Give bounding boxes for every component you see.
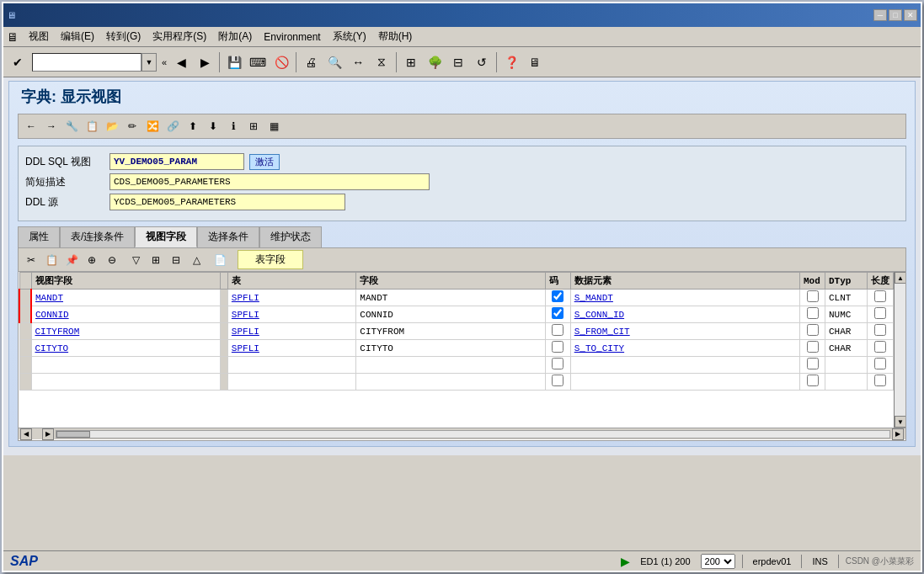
- action1-btn[interactable]: 🔧: [62, 117, 81, 136]
- action4-btn[interactable]: ✏: [123, 117, 142, 136]
- insert-row-btn[interactable]: ⊕: [83, 251, 101, 269]
- help-button[interactable]: ❓: [500, 51, 522, 73]
- mod-checkbox[interactable]: [805, 290, 820, 302]
- deselect-btn[interactable]: ⊟: [167, 251, 185, 269]
- length-checkbox[interactable]: [873, 307, 888, 319]
- action2-btn[interactable]: 📋: [83, 117, 101, 136]
- data-element-link[interactable]: S_FROM_CIT: [574, 327, 630, 337]
- tree-button[interactable]: 🌳: [424, 51, 446, 73]
- code-checkbox[interactable]: [550, 358, 565, 369]
- view-field-link[interactable]: CONNID: [35, 310, 69, 320]
- mod-checkbox[interactable]: [805, 324, 820, 336]
- find-all-button[interactable]: ⧖: [371, 51, 393, 73]
- scroll-right-inner[interactable]: ▶: [42, 428, 54, 440]
- menu-view[interactable]: 视图: [24, 28, 54, 45]
- refresh-button[interactable]: ↺: [471, 51, 493, 73]
- minimize-button[interactable]: ─: [873, 9, 887, 21]
- filter-btn[interactable]: ▽: [126, 251, 145, 269]
- scroll-up-btn[interactable]: ▲: [895, 272, 905, 284]
- menu-help[interactable]: 帮助(H): [373, 28, 418, 45]
- nav-back-inner[interactable]: ←: [22, 117, 40, 136]
- mod-checkbox[interactable]: [805, 307, 820, 319]
- length-checkbox[interactable]: [873, 341, 888, 353]
- prev-button[interactable]: ◀: [170, 51, 192, 73]
- table-link[interactable]: SPFLI: [232, 293, 259, 303]
- data-element-link[interactable]: S_MANDT: [574, 293, 613, 303]
- settings-button[interactable]: 🖥: [524, 51, 546, 73]
- scroll-track-h[interactable]: [56, 430, 890, 438]
- details-btn[interactable]: 📄: [211, 251, 229, 269]
- tab-table-join[interactable]: 表/连接条件: [60, 226, 135, 247]
- session-dropdown[interactable]: 200: [701, 554, 735, 569]
- action6-btn[interactable]: 🔗: [163, 117, 182, 136]
- next-button[interactable]: ▶: [194, 51, 216, 73]
- scroll-right-btn[interactable]: ▶: [892, 428, 904, 440]
- save-button[interactable]: 💾: [223, 51, 245, 73]
- length-checkbox[interactable]: [873, 324, 888, 336]
- find-button[interactable]: 🔍: [323, 51, 345, 73]
- view-field-link[interactable]: CITYTO: [35, 343, 69, 353]
- tab-selection[interactable]: 选择条件: [197, 226, 259, 247]
- mod-checkbox[interactable]: [805, 375, 820, 386]
- length-checkbox[interactable]: [873, 358, 888, 369]
- grid-btn[interactable]: ⊞: [244, 117, 263, 136]
- mod-checkbox[interactable]: [805, 358, 820, 369]
- menu-edit[interactable]: 编辑(E): [56, 28, 99, 45]
- select-all-btn[interactable]: ⊞: [147, 251, 165, 269]
- move-up-btn[interactable]: △: [187, 251, 206, 269]
- paste-btn[interactable]: 📌: [62, 251, 81, 269]
- cut-btn[interactable]: ✂: [22, 251, 40, 269]
- expand-button[interactable]: ⊞: [400, 51, 422, 73]
- source-input[interactable]: [109, 194, 345, 210]
- maximize-button[interactable]: □: [889, 9, 902, 21]
- copy-btn[interactable]: 📋: [42, 251, 61, 269]
- info-btn[interactable]: ℹ: [224, 117, 243, 136]
- play-icon[interactable]: ▶: [621, 555, 630, 568]
- menu-system[interactable]: 系统(Y): [328, 28, 371, 45]
- close-button[interactable]: ✕: [904, 9, 917, 21]
- data-element-link[interactable]: S_CONN_ID: [574, 310, 624, 320]
- cancel-button[interactable]: 🚫: [270, 51, 292, 73]
- vertical-scrollbar[interactable]: ▲ ▼: [894, 272, 905, 428]
- code-checkbox[interactable]: [550, 375, 565, 386]
- action5-btn[interactable]: 🔀: [143, 117, 162, 136]
- action7-btn[interactable]: ⬆: [184, 117, 202, 136]
- collapse-button[interactable]: ⊟: [447, 51, 469, 73]
- tab-maintenance[interactable]: 维护状态: [259, 226, 322, 247]
- menu-goto[interactable]: 转到(G): [101, 28, 146, 45]
- horizontal-scrollbar[interactable]: ◀ ▶ ▶: [19, 428, 905, 439]
- data-element-link[interactable]: S_TO_CITY: [574, 343, 624, 353]
- code-checkbox[interactable]: [550, 290, 565, 302]
- activate-badge[interactable]: 激活: [249, 154, 280, 170]
- back-button[interactable]: ✔: [7, 51, 29, 73]
- table-btn[interactable]: ▦: [264, 117, 283, 136]
- code-checkbox[interactable]: [550, 307, 565, 319]
- action3-btn[interactable]: 📂: [103, 117, 121, 136]
- table-link[interactable]: SPFLI: [232, 343, 259, 353]
- view-field-link[interactable]: CITYFROM: [35, 327, 80, 337]
- table-scroll-content[interactable]: 视图字段 表 字段 码 数据元素 Mod DTyp: [19, 272, 894, 428]
- nav-fwd-inner[interactable]: →: [42, 117, 61, 136]
- desc-input[interactable]: [109, 173, 430, 190]
- menu-extras[interactable]: 附加(A): [213, 28, 257, 45]
- tab-attributes[interactable]: 属性: [18, 226, 60, 247]
- action8-btn[interactable]: ⬇: [204, 117, 222, 136]
- code-checkbox[interactable]: [550, 341, 565, 353]
- view-field-link[interactable]: MANDT: [35, 293, 63, 303]
- shortcut-button[interactable]: ⌨: [247, 51, 269, 73]
- table-link[interactable]: SPFLI: [232, 327, 259, 337]
- scroll-left-btn[interactable]: ◀: [20, 428, 32, 440]
- ddl-input[interactable]: [109, 153, 244, 170]
- delete-row-btn[interactable]: ⊖: [103, 251, 121, 269]
- code-checkbox[interactable]: [550, 324, 565, 336]
- command-input[interactable]: [32, 53, 142, 72]
- length-checkbox[interactable]: [873, 290, 888, 302]
- menu-environment[interactable]: Environment: [259, 29, 325, 45]
- menu-utilities[interactable]: 实用程序(S): [147, 28, 211, 45]
- command-dropdown[interactable]: ▼: [142, 53, 157, 72]
- mod-checkbox[interactable]: [805, 341, 820, 353]
- tab-view-fields[interactable]: 视图字段: [135, 226, 197, 247]
- table-link[interactable]: SPFLI: [232, 310, 259, 320]
- print-button[interactable]: 🖨: [300, 51, 322, 73]
- find-next-button[interactable]: ↔: [347, 51, 369, 73]
